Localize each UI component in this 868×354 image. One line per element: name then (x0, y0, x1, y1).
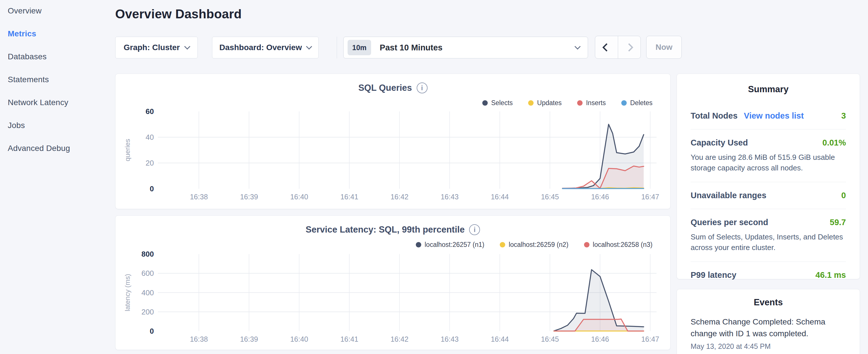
chevron-left-icon (602, 43, 611, 52)
time-forward-button[interactable] (618, 36, 641, 58)
time-range-dropdown[interactable]: 10m Past 10 Minutes (343, 37, 588, 58)
x-axis-tick-label: 16:39 (240, 335, 258, 343)
summary-row-value: 46.1 ms (815, 270, 846, 280)
x-axis-tick-label: 16:44 (491, 335, 509, 343)
chevron-down-icon (575, 43, 581, 49)
summary-row: P99 latency46.1 ms (691, 261, 846, 288)
sidebar-item-metrics[interactable]: Metrics (0, 29, 115, 52)
y-axis-title: queries (124, 139, 131, 162)
time-range-label: Past 10 Minutes (380, 43, 576, 53)
event-text: Schema Change Completed: Schema change w… (691, 316, 846, 340)
sidebar-item-overview[interactable]: Overview (0, 6, 115, 29)
summary-row: Queries per second59.7Sum of Selects, Up… (691, 209, 846, 261)
summary-row-label: Total Nodes (691, 111, 738, 121)
x-axis-tick-label: 16:46 (591, 193, 609, 201)
summary-title: Summary (691, 84, 846, 95)
x-axis-tick-label: 16:40 (290, 335, 308, 343)
service-latency-chart-card: Service Latency: SQL, 99th percentile i … (115, 215, 671, 350)
page-title: Overview Dashboard (115, 7, 671, 21)
graph-scope-dropdown[interactable]: Graph: Cluster (115, 37, 198, 58)
x-axis-tick-label: 16:38 (190, 335, 208, 343)
y-axis-tick-label: 0 (150, 185, 154, 193)
main-content: Overview Dashboard (115, 0, 671, 21)
summary-row-label: Unavailable ranges (691, 191, 766, 200)
chart-plot[interactable]: 16:3816:3916:4016:4116:4216:4316:4416:45… (116, 216, 671, 350)
chevron-down-icon (306, 43, 312, 49)
summary-row-line: P99 latency46.1 ms (691, 270, 846, 280)
view-nodes-link[interactable]: View nodes list (744, 111, 804, 121)
x-axis-tick-label: 16:44 (491, 193, 509, 201)
y-axis-title: latency (ms) (124, 274, 131, 311)
x-axis-tick-label: 16:45 (541, 193, 559, 201)
summary-row: Capacity Used0.01%You are using 28.6 MiB… (691, 129, 846, 182)
summary-row-value: 0.01% (823, 138, 846, 148)
y-axis-tick-label: 40 (146, 133, 154, 141)
db-console-page: OverviewMetricsDatabasesStatementsNetwor… (0, 0, 868, 354)
time-step-buttons (595, 36, 641, 59)
events-panel: Events Schema Change Completed: Schema c… (677, 289, 860, 354)
x-axis-tick-label: 16:38 (190, 193, 208, 201)
chevron-right-icon (625, 43, 633, 52)
sidebar-item-advanced-debug[interactable]: Advanced Debug (0, 144, 115, 167)
y-axis-tick-label: 60 (146, 107, 154, 116)
summary-row-line: Capacity Used0.01% (691, 138, 846, 148)
x-axis-tick-label: 16:42 (391, 193, 409, 201)
x-axis-tick-label: 16:41 (340, 335, 359, 343)
y-axis-tick-label: 0 (150, 327, 154, 335)
summary-row-label: Capacity Used (691, 138, 748, 148)
dashboard-dropdown[interactable]: Dashboard: Overview (212, 37, 319, 58)
chart-plot[interactable]: 16:3816:3916:4016:4116:4216:4316:4416:45… (116, 74, 671, 210)
graph-scope-label: Graph: Cluster (124, 43, 180, 52)
summary-row-label: Queries per second (691, 218, 768, 227)
chevron-down-icon (184, 43, 190, 49)
sql-queries-chart-card: SQL Queries i SelectsUpdatesInsertsDelet… (115, 74, 671, 209)
time-range-badge: 10m (348, 40, 371, 55)
summary-row-description: Sum of Selects, Updates, Inserts, and De… (691, 232, 846, 253)
summary-row-label: P99 latency (691, 270, 737, 280)
summary-rows: Total NodesView nodes list3Capacity Used… (691, 102, 846, 288)
sidebar-item-statements[interactable]: Statements (0, 75, 115, 98)
summary-row-description: You are using 28.6 MiB of 515.9 GiB usab… (691, 152, 846, 173)
y-axis-tick-label: 400 (142, 288, 154, 297)
summary-row-value: 3 (841, 111, 846, 121)
x-axis-tick-label: 16:47 (641, 335, 659, 343)
x-axis-tick-label: 16:42 (391, 335, 409, 343)
summary-panel: Summary Total NodesView nodes list3Capac… (677, 74, 860, 279)
y-axis-tick-label: 800 (142, 250, 154, 258)
toolbar-divider (337, 37, 337, 58)
summary-row-value: 0 (841, 191, 846, 200)
summary-row-line: Queries per second59.7 (691, 218, 846, 227)
summary-row-line: Unavailable ranges0 (691, 191, 846, 200)
summary-row: Total NodesView nodes list3 (691, 102, 846, 129)
toolbar: Graph: Cluster Dashboard: Overview 10m P… (115, 37, 860, 59)
events-list: Schema Change Completed: Schema change w… (691, 316, 846, 351)
y-axis-tick-label: 600 (142, 269, 154, 278)
sidebar-item-databases[interactable]: Databases (0, 52, 115, 75)
x-axis-tick-label: 16:46 (591, 335, 609, 343)
events-title: Events (691, 297, 846, 308)
x-axis-tick-label: 16:43 (441, 193, 459, 201)
y-axis-tick-label: 200 (142, 308, 154, 316)
summary-row-value: 59.7 (830, 218, 846, 227)
time-back-button[interactable] (595, 36, 618, 58)
x-axis-tick-label: 16:43 (441, 335, 459, 343)
now-button[interactable]: Now (646, 36, 682, 59)
x-axis-tick-label: 16:47 (641, 193, 659, 201)
event-timestamp: May 13, 2020 at 4:45 PM (691, 342, 846, 351)
sidebar-item-network-latency[interactable]: Network Latency (0, 98, 115, 121)
sidebar-item-jobs[interactable]: Jobs (0, 121, 115, 144)
summary-row: Unavailable ranges0 (691, 182, 846, 209)
x-axis-tick-label: 16:45 (541, 335, 559, 343)
sidebar-nav: OverviewMetricsDatabasesStatementsNetwor… (0, 0, 115, 354)
summary-row-line: Total NodesView nodes list3 (691, 111, 846, 121)
dashboard-label: Dashboard: Overview (219, 43, 302, 52)
event-item[interactable]: Schema Change Completed: Schema change w… (691, 316, 846, 351)
x-axis-tick-label: 16:39 (240, 193, 258, 201)
x-axis-tick-label: 16:40 (290, 193, 308, 201)
x-axis-tick-label: 16:41 (340, 193, 359, 201)
y-axis-tick-label: 20 (146, 159, 154, 167)
